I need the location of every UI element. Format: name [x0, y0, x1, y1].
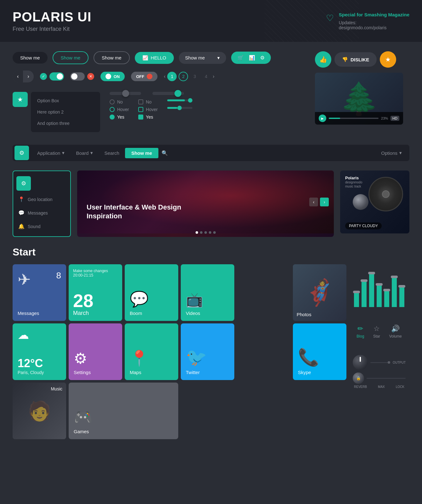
nav-show-me[interactable]: Show me: [125, 148, 158, 158]
radio-hover[interactable]: Hover: [110, 107, 129, 112]
page-4[interactable]: 4: [201, 72, 211, 81]
dislike-label: DISLIKE: [351, 57, 369, 62]
sidebar-item-geo[interactable]: 📍 Geo location: [13, 193, 70, 206]
toggle-off-switch[interactable]: OFF: [131, 72, 157, 81]
volume-icon: 🔊: [391, 325, 400, 333]
calendar-date: 28: [73, 292, 118, 310]
range-track-2[interactable]: [167, 107, 192, 109]
cart-icon[interactable]: 🛒: [237, 55, 244, 61]
reverb-labels: REVERB MAX LOCK: [353, 385, 406, 389]
tile-boom[interactable]: 💬 Boom: [125, 264, 178, 321]
carousel-dots: [196, 231, 216, 234]
tile-maps[interactable]: 📍 Maps: [125, 323, 178, 380]
nav-search-icon[interactable]: 🔍: [162, 150, 168, 156]
tile-twitter[interactable]: 🐦 Twitter: [181, 323, 234, 380]
tile-music[interactable]: 🧑 Music: [13, 383, 66, 439]
sidebar-settings-icon[interactable]: ⚙: [16, 176, 31, 191]
radio-no[interactable]: No: [110, 99, 129, 104]
video-controls: ▶ 23% HD: [315, 112, 403, 125]
navbar: ⚙ Application ▾ Board ▾ Search Show me 🔍…: [13, 145, 409, 161]
checkbox-group: No Hover Yes: [138, 99, 157, 120]
tab-volume[interactable]: 🔊 Volume: [389, 325, 402, 339]
toggle-on-switch[interactable]: ON: [100, 72, 125, 81]
checkbox-yes[interactable]: Yes: [138, 115, 157, 120]
tab-star[interactable]: ☆ Star: [373, 325, 380, 339]
tile-videos[interactable]: 📺 Videos: [181, 264, 234, 321]
checkbox-hover[interactable]: Hover: [138, 107, 157, 112]
video-progress-bar[interactable]: [329, 118, 379, 119]
show-me-button-teal[interactable]: Show me: [53, 51, 89, 64]
lock-knob[interactable]: 🔒: [353, 372, 364, 384]
page-prev[interactable]: ‹: [164, 74, 165, 79]
carousel-dot-1[interactable]: [196, 231, 198, 234]
tab-blog[interactable]: ✏ Blog: [356, 325, 364, 339]
tile-messages[interactable]: ✈ 8 Messages: [13, 264, 66, 321]
like-button[interactable]: 👍: [315, 51, 331, 68]
equalizer: [354, 269, 404, 307]
sidebar-item-sound[interactable]: 🔔 Sound: [13, 220, 70, 233]
dislike-button[interactable]: 👎 DISLIKE: [334, 52, 377, 67]
tile-settings[interactable]: ⚙ Settings: [69, 323, 122, 380]
option-item-2[interactable]: Here option 2: [31, 106, 100, 118]
radio-group: No Hover Yes: [110, 99, 129, 120]
option-item-3[interactable]: And option three: [31, 118, 100, 129]
option-box: Option Box Here option 2 And option thre…: [31, 92, 100, 132]
maps-pin-icon: 📍: [130, 350, 173, 367]
video-progress-label: 23%: [381, 116, 388, 120]
boom-label: Boom: [130, 311, 173, 316]
photos-background: 🦸 Photos: [293, 264, 346, 321]
sound-icon: 🔔: [18, 223, 25, 229]
carousel-dot-5[interactable]: [213, 231, 216, 234]
carousel-dot-3[interactable]: [204, 231, 207, 234]
nav-board[interactable]: Board ▾: [70, 145, 99, 161]
nav-settings-icon[interactable]: ⚙: [14, 146, 29, 160]
message-icon: 💬: [18, 210, 25, 216]
slider-big-2[interactable]: [152, 92, 184, 95]
option-item-1[interactable]: Option Box: [31, 95, 100, 106]
gear-icon-top[interactable]: ⚙: [260, 55, 265, 61]
page-3[interactable]: 3: [190, 72, 199, 81]
chart-icon-2[interactable]: 📊: [249, 55, 255, 61]
range-track-1[interactable]: [167, 99, 192, 101]
tile-photos[interactable]: 🦸 Photos: [293, 264, 346, 321]
page-1[interactable]: 1: [167, 72, 177, 81]
star-button[interactable]: ★: [13, 92, 28, 107]
right-controls: ✏ Blog ☆ Star 🔊 Volume: [349, 264, 409, 439]
tile-weather[interactable]: ☁ 12°C Paris, Cloudy: [13, 323, 66, 380]
prev-arrow[interactable]: ‹: [13, 70, 23, 82]
nav-options[interactable]: Options ▾: [375, 145, 408, 161]
radio-yes[interactable]: Yes: [110, 115, 129, 120]
carousel-dot-4[interactable]: [209, 231, 211, 234]
next-arrow[interactable]: ›: [23, 70, 33, 82]
tile-calendar[interactable]: Make some changes20:00-21:15 28 March: [69, 264, 122, 321]
show-me-button-dark[interactable]: Show me: [13, 52, 48, 64]
toggle-on-dot: [105, 74, 111, 79]
play-button[interactable]: ▶: [319, 115, 326, 122]
carousel-next[interactable]: ›: [320, 198, 329, 206]
nav-search[interactable]: Search: [99, 145, 125, 161]
carousel-prev[interactable]: ‹: [309, 198, 318, 206]
checkbox-no[interactable]: No: [138, 99, 157, 104]
nav-application[interactable]: Application ▾: [31, 145, 70, 161]
radio-dot-yes: [110, 115, 115, 120]
toggle-off-circle[interactable]: [70, 72, 85, 81]
tile-games[interactable]: 🎮 Games: [69, 383, 178, 439]
sidebar-item-messages[interactable]: 💬 Messages: [13, 206, 70, 220]
page-next[interactable]: ›: [213, 74, 214, 79]
volume-knob[interactable]: [353, 194, 368, 210]
slider-big-1[interactable]: [110, 92, 141, 95]
star-favorite-button[interactable]: ★: [380, 51, 396, 68]
reverb-knob[interactable]: [353, 355, 368, 370]
hello-button[interactable]: 📈 HELLO: [135, 52, 174, 64]
page-2[interactable]: 2: [179, 72, 188, 81]
tile-skype[interactable]: 📞 Skype: [293, 323, 346, 380]
show-me-select[interactable]: Show me ▾: [179, 52, 226, 64]
show-me-button-white[interactable]: Show me: [94, 51, 130, 64]
settings-label: Settings: [74, 370, 117, 375]
toggle-on-circle[interactable]: [49, 72, 64, 81]
toggle-x-group: ✕: [70, 72, 94, 81]
carousel-dot-2[interactable]: [200, 231, 202, 234]
calendar-month: March: [73, 310, 118, 316]
twitter-label: Twitter: [186, 370, 229, 375]
main-content: Show me Show me Show me 📈 HELLO Show me …: [0, 42, 422, 455]
